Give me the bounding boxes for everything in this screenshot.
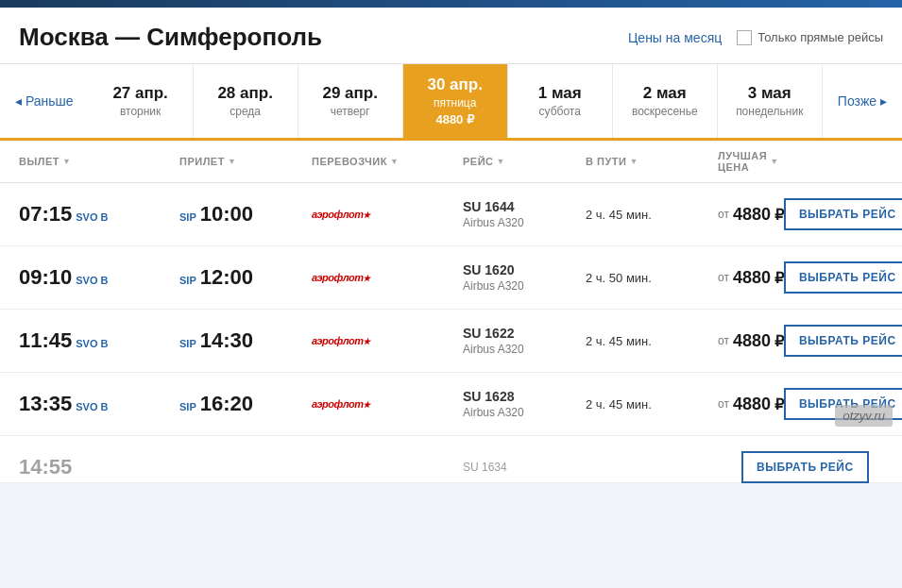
- date-day: 30 апр.: [427, 76, 482, 94]
- price-value: от 4880 ₽: [718, 331, 784, 351]
- carrier-logo: аэрофлот★: [312, 209, 463, 220]
- flight-number: SU 1644: [463, 199, 586, 214]
- departure-cell: 13:35 SVO В: [19, 392, 179, 416]
- title-right: Цены на месяц Только прямые рейсы: [628, 30, 883, 45]
- flight-number: SU 1622: [463, 326, 586, 341]
- price-value: от 4880 ₽: [718, 268, 784, 288]
- carrier-logo: аэрофлот★: [312, 335, 463, 346]
- date-dow: суббота: [539, 105, 581, 118]
- arr-airport: SIP: [179, 401, 196, 412]
- date-dow: воскресенье: [632, 105, 698, 118]
- flight-row: 11:45 SVO В SIP 14:30 аэрофлот★ SU 1622 …: [0, 310, 902, 373]
- dep-airport: SVO В: [76, 401, 108, 412]
- partial-select-button[interactable]: ВЫБРАТЬ РЕЙС: [741, 451, 869, 483]
- price-from-label: от: [718, 397, 729, 411]
- col-departure[interactable]: ВЫЛЕТ ▼: [19, 150, 179, 173]
- flight-row: 09:10 SVO В SIP 12:00 аэрофлот★ SU 1620 …: [0, 246, 902, 310]
- carrier-cell: аэрофлот★: [312, 272, 463, 283]
- carrier-logo: аэрофлот★: [312, 272, 463, 283]
- flight-row: 13:35 SVO В SIP 16:20 аэрофлот★ SU 1628 …: [0, 373, 902, 436]
- dep-time: 07:15: [19, 202, 72, 227]
- date-day: 3 мая: [748, 84, 791, 103]
- date-item-may3[interactable]: 3 мая понедельник: [718, 64, 823, 138]
- duration-cell: 2 ч. 45 мин.: [586, 397, 718, 412]
- col-duration[interactable]: В ПУТИ ▼: [586, 150, 718, 173]
- currency-symbol: ₽: [774, 269, 784, 287]
- col-arrival[interactable]: ПРИЛЕТ ▼: [179, 150, 312, 173]
- date-item-apr30[interactable]: 30 апр. пятница 4880 ₽: [403, 64, 508, 138]
- aircraft-type: Airbus A320: [463, 216, 586, 229]
- direct-only-filter[interactable]: Только прямые рейсы: [737, 30, 883, 45]
- date-item-may2[interactable]: 2 мая воскресенье: [613, 64, 718, 138]
- date-price: 4880 ₽: [435, 112, 474, 126]
- price-from-label: от: [718, 208, 729, 221]
- col-carrier[interactable]: ПЕРЕВОЗЧИК ▼: [312, 150, 463, 173]
- direct-only-checkbox[interactable]: [737, 30, 752, 45]
- col-price[interactable]: ЛУЧШАЯ ЦЕНА ▼: [718, 150, 779, 173]
- currency-symbol: ₽: [774, 395, 784, 413]
- sort-arrow-duration: ▼: [629, 157, 638, 166]
- carrier-cell: аэрофлот★: [312, 398, 463, 410]
- earlier-nav[interactable]: ◂ Раньше: [0, 64, 89, 138]
- flight-cell: SU 1622 Airbus A320: [463, 326, 586, 356]
- price-cell: от 4880 ₽: [718, 395, 784, 414]
- dep-time: 09:10: [19, 265, 72, 290]
- arr-time: 14:30: [200, 328, 253, 353]
- aircraft-type: Airbus A320: [463, 343, 586, 356]
- flight-row: 07:15 SVO В SIP 10:00 аэрофлот★ SU 1644 …: [0, 183, 902, 246]
- partial-dep-time: 14:55: [19, 455, 179, 479]
- carrier-star: ★: [363, 210, 370, 220]
- direct-only-label: Только прямые рейсы: [757, 30, 883, 44]
- date-day: 2 мая: [643, 84, 687, 103]
- date-dow: понедельник: [736, 105, 803, 118]
- duration-cell: 2 ч. 45 мин.: [586, 208, 718, 222]
- flight-number: SU 1628: [463, 389, 586, 404]
- carrier-cell: аэрофлот★: [312, 209, 463, 220]
- sort-arrow-arrival: ▼: [228, 157, 236, 166]
- date-day: 1 мая: [538, 84, 582, 103]
- price-value: от 4880 ₽: [718, 205, 784, 225]
- date-dow: четверг: [331, 105, 370, 118]
- date-dow: среда: [230, 105, 261, 118]
- flights-list: 07:15 SVO В SIP 10:00 аэрофлот★ SU 1644 …: [0, 183, 902, 436]
- flight-cell: SU 1628 Airbus A320: [463, 389, 586, 419]
- arr-airport: SIP: [179, 211, 196, 223]
- sort-arrow-price: ▼: [770, 157, 778, 166]
- arrival-cell: SIP 12:00: [179, 265, 312, 290]
- later-nav[interactable]: Позже ▸: [823, 64, 902, 138]
- aircraft-type: Airbus A320: [463, 279, 586, 293]
- dates-row: 27 апр. вторник 28 апр. среда 29 апр. че…: [89, 64, 823, 138]
- date-item-apr27[interactable]: 27 апр. вторник: [89, 64, 194, 138]
- prices-link[interactable]: Цены на месяц: [628, 30, 722, 45]
- select-flight-button[interactable]: ВЫБРАТЬ РЕЙС: [784, 261, 902, 294]
- dep-airport: SVO В: [76, 275, 108, 286]
- arrival-cell: SIP 16:20: [179, 392, 312, 416]
- col-flight[interactable]: РЕЙС ▼: [463, 150, 586, 173]
- date-day: 28 апр.: [217, 84, 272, 103]
- action-cell: ВЫБРАТЬ РЕЙС: [784, 325, 902, 357]
- main-container: Москва — Симферополь Цены на месяц Тольк…: [0, 0, 902, 483]
- select-flight-button[interactable]: ВЫБРАТЬ РЕЙС: [784, 325, 902, 357]
- title-section: Москва — Симферополь Цены на месяц Тольк…: [0, 8, 902, 64]
- dep-time: 13:35: [19, 392, 72, 416]
- date-item-may1[interactable]: 1 мая суббота: [508, 64, 613, 138]
- flight-cell: SU 1620 Airbus A320: [463, 262, 586, 293]
- departure-cell: 07:15 SVO В: [19, 202, 179, 227]
- departure-cell: 09:10 SVO В: [19, 265, 179, 290]
- currency-symbol: ₽: [774, 206, 784, 224]
- date-day: 29 апр.: [322, 84, 377, 103]
- duration-cell: 2 ч. 45 мин.: [586, 334, 718, 348]
- sort-arrow-departure: ▼: [62, 157, 71, 166]
- currency-symbol: ₽: [774, 332, 784, 350]
- carrier-star: ★: [363, 337, 370, 346]
- select-flight-button[interactable]: ВЫБРАТЬ РЕЙС: [784, 198, 902, 230]
- dep-time: 11:45: [19, 328, 72, 353]
- date-item-apr29[interactable]: 29 апр. четверг: [298, 64, 403, 138]
- action-cell: ВЫБРАТЬ РЕЙС: [784, 198, 902, 230]
- flight-number: SU 1620: [463, 262, 586, 277]
- col-action: [779, 150, 902, 173]
- date-item-apr28[interactable]: 28 апр. среда: [194, 64, 298, 138]
- carrier-star: ★: [363, 400, 370, 410]
- price-value: от 4880 ₽: [718, 395, 784, 414]
- carrier-logo: аэрофлот★: [312, 398, 463, 410]
